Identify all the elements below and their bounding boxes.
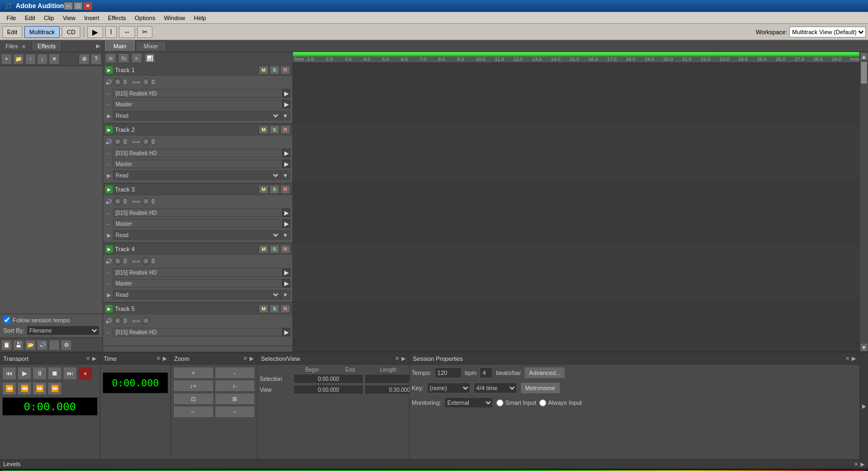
maximize-button[interactable]: □	[74, 2, 82, 10]
follow-tempo-label[interactable]: Follow session tempo	[3, 316, 99, 323]
track-3-record-btn[interactable]: R	[280, 185, 290, 194]
track-2-mode-expand[interactable]: ▶	[105, 171, 113, 180]
track-2-output-expand[interactable]: ▶	[283, 160, 290, 168]
track-5-record-btn[interactable]: R	[280, 304, 290, 313]
zoom-left-btn[interactable]: ←	[173, 406, 214, 418]
track-1-mode-select[interactable]: Read	[113, 111, 280, 120]
monitoring-select[interactable]: External	[444, 397, 493, 408]
always-input-radio[interactable]	[539, 399, 546, 406]
timeline-area[interactable]: hms 1.0 2.0 3.0 4.0 5.0 6.0 7.0 8.0 9.0 …	[293, 52, 859, 352]
lt-new-btn[interactable]: +	[1, 54, 12, 65]
icon2[interactable]: 💾	[13, 340, 24, 351]
icon3[interactable]: 📂	[25, 340, 36, 351]
track-1-output-expand[interactable]: ▶	[283, 100, 290, 109]
track-3-pan-knob[interactable]	[142, 198, 150, 205]
move-tool-button[interactable]: ↔	[119, 26, 135, 38]
track-4-lane[interactable]	[293, 242, 859, 302]
scroll-thumb[interactable]	[861, 62, 867, 84]
transport-expand-btn[interactable]: ▶	[92, 355, 97, 361]
track-5-input-btn[interactable]: [015] Realtek HD	[113, 328, 283, 336]
menu-options[interactable]: Options	[130, 14, 159, 22]
workspace-dropdown[interactable]: Multitrack View (Default)	[789, 27, 866, 37]
track-5-pan-knob[interactable]	[142, 317, 150, 324]
track-3-mode-expand[interactable]: ▶	[105, 231, 113, 239]
menu-view[interactable]: View	[59, 14, 80, 22]
track-1-vol-knob[interactable]	[114, 78, 122, 86]
track-4-mute-btn[interactable]: M	[259, 245, 269, 253]
multitrack-mode-button[interactable]: Multitrack	[24, 26, 60, 38]
transport-pause-btn[interactable]: ⏸	[33, 367, 47, 380]
transport-close-btn[interactable]: ✕	[86, 355, 90, 361]
menu-insert[interactable]: Insert	[80, 14, 104, 22]
icon6[interactable]: ⚙	[61, 340, 72, 351]
tt-eq-btn[interactable]: ≡	[131, 53, 142, 63]
zoom-close-btn[interactable]: ✕	[243, 355, 247, 361]
track-5-mute-btn[interactable]: M	[259, 304, 269, 313]
selection-expand-btn[interactable]: ▶	[401, 355, 406, 361]
track-4-output-btn[interactable]: Master	[113, 279, 283, 288]
right-panel-expand-btn[interactable]: ▶	[859, 353, 868, 459]
transport-stop-btn[interactable]: ⏹	[48, 367, 62, 380]
tt-fx-btn[interactable]: fx	[118, 53, 129, 63]
track-4-solo-btn[interactable]: S	[270, 245, 279, 253]
track-5-lane[interactable]	[293, 302, 859, 352]
track-5-vol-knob[interactable]	[114, 317, 122, 324]
track-1-mode-expand[interactable]: ▶	[105, 111, 113, 120]
cd-mode-button[interactable]: CD	[62, 26, 80, 38]
track-3-mode-select[interactable]: Read	[113, 230, 280, 240]
view-begin-input[interactable]	[293, 385, 363, 394]
selection-close-btn[interactable]: ✕	[395, 355, 399, 361]
track-1-mode-arr[interactable]: ▼	[280, 111, 290, 120]
track-3-input-expand[interactable]: ▶	[283, 208, 290, 217]
files-tab-close[interactable]: ✕	[22, 44, 26, 49]
time-expand-btn[interactable]: ▶	[163, 355, 167, 361]
scroll-up-btn[interactable]: ▲	[860, 52, 868, 61]
track-2-lane[interactable]	[293, 123, 859, 182]
panel-expand-arrow[interactable]: ▶	[96, 43, 100, 49]
track-1-lane[interactable]	[293, 63, 859, 123]
transport-prev-btn[interactable]: ⏪	[2, 382, 16, 395]
minimize-button[interactable]: ─	[64, 2, 73, 10]
track-4-mode-expand[interactable]: ▶	[105, 290, 113, 299]
time-close-btn[interactable]: ✕	[156, 355, 161, 361]
menu-help[interactable]: Help	[189, 14, 210, 22]
effects-tab[interactable]: Effects	[32, 42, 61, 50]
zoom-out-h-btn[interactable]: -	[215, 367, 256, 379]
zoom-sel-btn[interactable]: ⊡	[173, 393, 214, 405]
track-2-name[interactable]: Track 2	[115, 126, 258, 133]
time-sig-select[interactable]: 4/4 time	[474, 383, 517, 393]
track-4-input-btn[interactable]: [015] Realtek HD	[113, 268, 283, 277]
track-2-record-btn[interactable]: R	[280, 125, 290, 134]
track-3-output-expand[interactable]: ▶	[283, 219, 290, 228]
zoom-full-btn[interactable]: ⊞	[215, 393, 256, 405]
track-1-solo-btn[interactable]: S	[270, 66, 279, 74]
zoom-right-btn[interactable]: →	[215, 406, 256, 418]
razor-tool-button[interactable]: ✂	[137, 26, 152, 38]
track-1-input-expand[interactable]: ▶	[283, 89, 290, 98]
track-2-output-btn[interactable]: Master	[113, 160, 283, 168]
track-3-input-btn[interactable]: [015] Realtek HD	[113, 208, 283, 217]
track-4-vol-knob[interactable]	[114, 257, 122, 265]
beats-input[interactable]	[480, 367, 493, 378]
sort-by-select[interactable]: Filename	[27, 326, 99, 335]
transport-forward-btn[interactable]: ⏩	[33, 382, 47, 395]
zoom-expand-btn[interactable]: ▶	[250, 355, 254, 361]
lt-move-up-btn[interactable]: ↑	[25, 54, 36, 65]
tt-chart-btn[interactable]: 📊	[144, 53, 155, 63]
lt-delete-btn[interactable]: ✕	[49, 54, 60, 65]
scroll-track[interactable]	[860, 61, 868, 343]
track-4-mode-select[interactable]: Read	[113, 290, 280, 300]
zoom-in-v-btn[interactable]: ↕+	[173, 380, 214, 392]
zoom-in-h-btn[interactable]: +	[173, 367, 214, 379]
zoom-out-v-btn[interactable]: ↕-	[215, 380, 256, 392]
selection-begin-input[interactable]	[293, 374, 363, 384]
main-tab-main[interactable]: Main	[105, 41, 135, 51]
vertical-scrollbar[interactable]: ▲ ▼	[859, 52, 868, 352]
close-button[interactable]: ✕	[84, 2, 92, 10]
lt-move-down-btn[interactable]: ↓	[37, 54, 48, 65]
track-2-mode-arr[interactable]: ▼	[280, 170, 290, 180]
smart-input-radio[interactable]	[496, 399, 503, 406]
always-input-label[interactable]: Always Input	[539, 399, 582, 406]
edit-mode-button[interactable]: Edit	[2, 26, 22, 38]
track-3-name[interactable]: Track 3	[115, 186, 258, 193]
